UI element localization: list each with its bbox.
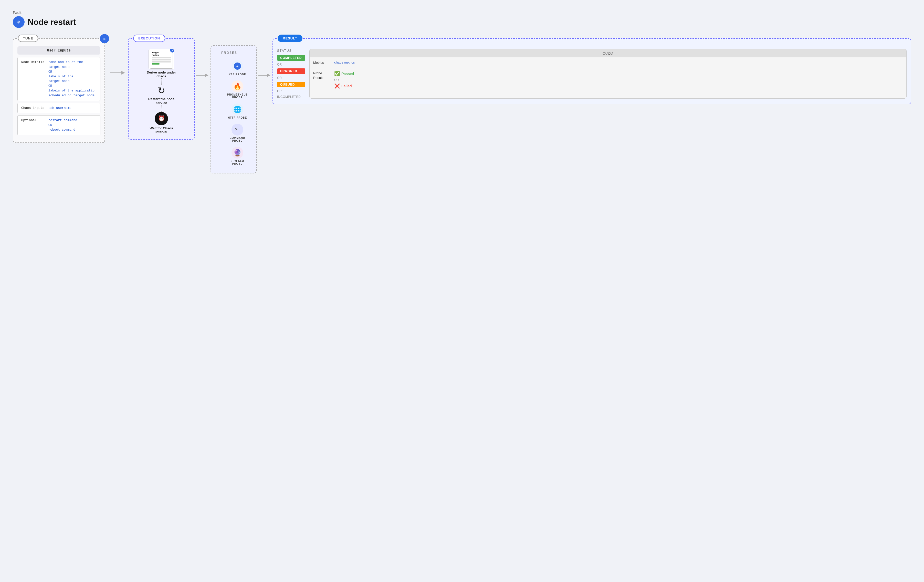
metrics-row: Metrics chaos metrics — [313, 60, 903, 65]
metrics-value: chaos metrics — [334, 60, 355, 64]
srm-probe-label: SRM SLOPROBE — [231, 160, 244, 165]
status-column: STATUS COMPLETED OR ERRORED OR QUEUED OR… — [277, 49, 305, 99]
optional-or: OR — [48, 124, 97, 127]
probe-srm: 🔮 SRM SLOPROBE — [221, 147, 254, 165]
node-details-label: Node Details — [21, 60, 44, 64]
fault-label: Fault — [13, 10, 911, 15]
wait-label: Wait for ChaosInterval — [150, 126, 173, 134]
probe-prometheus: 🔥 PROMETHEUSPROBE — [221, 81, 254, 99]
probe-result-or: OR — [334, 78, 354, 82]
node-detail-or-1: OR — [48, 70, 97, 74]
status-errored: ERRORED — [277, 68, 305, 74]
prometheus-probe-label: PROMETHEUSPROBE — [227, 93, 248, 99]
command-probe-label: COMMANDPROBE — [230, 137, 245, 142]
chaos-inputs-label: Chaos inputs — [21, 106, 44, 110]
chaos-input-line-1: ssh username — [48, 106, 97, 111]
execution-tab: EXECUTION — [133, 35, 165, 42]
probes-heading: PROBES — [214, 51, 254, 55]
optional-line-1: restart command — [48, 118, 97, 123]
probe-command: >_ COMMANDPROBE — [221, 124, 254, 142]
metrics-label: Metrics — [313, 60, 331, 65]
node-detail-line-5: labels of the application — [48, 88, 97, 93]
status-queued: QUEUED — [277, 82, 305, 88]
svg-marker-5 — [121, 71, 125, 74]
k8s-probe-label: K8S PROBE — [229, 73, 246, 76]
derive-label: Derive node underchaos — [147, 70, 176, 78]
k8s-probe-icon: ⎈ — [231, 60, 243, 72]
execution-box: EXECUTION Targetnodes — [128, 38, 195, 140]
svg-marker-13 — [267, 74, 271, 77]
exec-step-wait: ⏰ Wait for ChaosInterval — [150, 112, 173, 134]
chaos-inputs-row: Chaos inputs ssh username — [17, 103, 101, 114]
target-nodes-card: Targetnodes ⎈ — [148, 49, 174, 69]
tn-line-1 — [152, 57, 171, 58]
node-detail-line-4: target node — [48, 79, 97, 84]
target-nodes-lines — [152, 57, 171, 64]
chaos-inputs-content: ssh username — [48, 106, 97, 111]
http-probe-icon: 🌐 — [231, 104, 243, 115]
optional-content: restart command OR reboot command — [48, 118, 97, 132]
srm-probe-icon: 🔮 — [231, 147, 243, 159]
failed-label: Failed — [342, 84, 351, 88]
exec-step-restart: ↻ Restart the nodeservice — [148, 85, 175, 105]
tune-box: TUNE ⎈ User Inputs Node Details name and… — [13, 38, 105, 143]
node-details-content: name and ip of the target node OR labels… — [48, 60, 97, 98]
page-title-text: Node restart — [28, 17, 76, 27]
status-or-2: OR — [277, 76, 305, 80]
svg-marker-9 — [205, 74, 208, 77]
dotted-line-2 — [161, 105, 162, 112]
node-detail-line-6: scheduled on target node — [48, 93, 97, 98]
passed-row: ✅ Passed — [334, 71, 354, 77]
status-heading: STATUS — [277, 49, 305, 53]
exec-step-derive: Targetnodes ⎈ — [147, 49, 176, 78]
restart-label: Restart the nodeservice — [148, 97, 175, 105]
target-nodes-mockup: Targetnodes ⎈ — [150, 50, 173, 69]
diagram: TUNE ⎈ User Inputs Node Details name and… — [13, 38, 911, 174]
probe-results-row: ProbeResults ✅ Passed OR ❌ Failed — [313, 71, 903, 89]
execution-inner: Targetnodes ⎈ — [133, 46, 190, 134]
result-tab: RESULT — [277, 35, 302, 42]
http-probe-label: HTTP PROBE — [228, 116, 247, 119]
optional-label: Optional — [21, 118, 44, 122]
node-detail-line-3: labels of the — [48, 74, 97, 79]
arrow-tune-execution — [107, 69, 128, 77]
output-heading: Output — [310, 49, 906, 57]
kubernetes-corner-icon: ⎈ — [100, 34, 109, 43]
probes-box: PROBES ⎈ K8S PROBE 🔥 PROMETHEUSPROBE 🌐 — [211, 45, 257, 174]
command-probe-icon: >_ — [231, 124, 243, 136]
restart-icon: ↻ — [157, 85, 165, 96]
input-rows: Node Details name and ip of the target n… — [17, 57, 101, 137]
passed-icon: ✅ — [334, 71, 340, 77]
clock-icon: ⏰ — [155, 112, 168, 125]
node-detail-or-2: OR — [48, 84, 97, 88]
failed-row: ❌ Failed — [334, 83, 354, 89]
probe-results-values: ✅ Passed OR ❌ Failed — [334, 71, 354, 89]
result-box: RESULT STATUS COMPLETED OR ERRORED OR QU… — [272, 38, 911, 104]
output-body: Metrics chaos metrics ProbeResults ✅ Pas… — [310, 57, 906, 96]
svg-text:⎈: ⎈ — [236, 64, 238, 68]
target-nodes-title: Targetnodes — [152, 51, 171, 56]
result-inner: STATUS COMPLETED OR ERRORED OR QUEUED OR… — [277, 46, 907, 99]
svg-text:⎈: ⎈ — [17, 19, 20, 25]
status-incompleted: INCOMPLETED — [277, 95, 305, 99]
node-detail-line-1: name and ip of the — [48, 60, 97, 65]
probe-results-label: ProbeResults — [313, 71, 331, 80]
arrow-probes-result — [257, 71, 272, 79]
probes-list: ⎈ K8S PROBE 🔥 PROMETHEUSPROBE 🌐 HTTP PRO… — [214, 58, 254, 168]
svg-text:⎈: ⎈ — [103, 36, 106, 41]
status-or-1: OR — [277, 63, 305, 66]
tn-line-green — [152, 63, 160, 64]
node-details-row: Node Details name and ip of the target n… — [17, 57, 101, 101]
tn-line-2 — [152, 59, 171, 60]
tune-tab: TUNE — [18, 35, 38, 42]
optional-row: Optional restart command OR reboot comma… — [17, 115, 101, 135]
tn-k8s-badge: ⎈ — [170, 49, 174, 53]
result-section: RESULT STATUS COMPLETED OR ERRORED OR QU… — [272, 38, 911, 104]
output-card: Output Metrics chaos metrics ProbeResult… — [309, 49, 907, 99]
failed-icon: ❌ — [334, 83, 340, 89]
user-inputs-heading: User Inputs — [17, 46, 101, 55]
tune-section: TUNE ⎈ User Inputs Node Details name and… — [13, 38, 107, 143]
kubernetes-icon-large: ⎈ — [13, 16, 25, 28]
arrow-execution-probes — [195, 71, 211, 79]
passed-label: Passed — [342, 72, 354, 76]
